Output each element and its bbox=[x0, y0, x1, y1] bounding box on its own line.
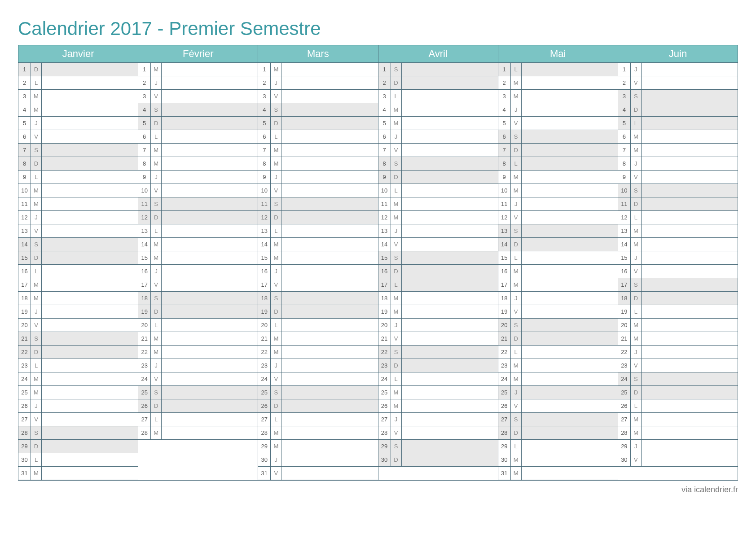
day-number: 11 bbox=[18, 197, 31, 210]
day-row: 18J bbox=[498, 292, 618, 305]
day-letter: V bbox=[271, 278, 281, 291]
day-row: 15D bbox=[18, 251, 138, 265]
day-letter: V bbox=[271, 90, 281, 103]
day-row: 24S bbox=[618, 372, 738, 386]
month-header: Mars bbox=[258, 45, 378, 63]
day-row: 15J bbox=[618, 251, 738, 265]
day-note-space bbox=[162, 346, 258, 359]
day-number: 5 bbox=[258, 117, 271, 130]
day-note-space bbox=[642, 76, 738, 89]
day-row: 11M bbox=[18, 197, 138, 211]
day-note-space bbox=[402, 238, 498, 251]
day-row: 15S bbox=[378, 251, 498, 265]
day-number: 1 bbox=[18, 63, 31, 76]
day-row: 21S bbox=[18, 332, 138, 346]
day-note-space bbox=[642, 211, 738, 224]
day-note-space bbox=[42, 386, 138, 399]
day-note-space bbox=[162, 372, 258, 385]
day-letter: S bbox=[511, 224, 522, 237]
day-number: 2 bbox=[618, 76, 631, 89]
day-number: 9 bbox=[498, 171, 511, 184]
day-number: 2 bbox=[18, 76, 31, 89]
day-number: 11 bbox=[138, 197, 151, 210]
day-number: 13 bbox=[618, 224, 631, 237]
day-letter: V bbox=[631, 359, 642, 372]
day-note-space bbox=[642, 278, 738, 291]
day-number: 10 bbox=[18, 184, 31, 197]
day-letter: M bbox=[151, 332, 162, 345]
day-row: 31V bbox=[258, 467, 378, 480]
day-row: 26V bbox=[498, 399, 618, 413]
day-letter: S bbox=[31, 238, 42, 251]
month-header: Juin bbox=[618, 45, 738, 63]
day-letter: D bbox=[391, 359, 402, 372]
day-letter: D bbox=[151, 211, 162, 224]
day-letter: L bbox=[511, 63, 522, 76]
day-number: 28 bbox=[618, 426, 631, 439]
day-letter: S bbox=[511, 319, 522, 332]
day-number: 10 bbox=[498, 184, 511, 197]
day-note-space bbox=[281, 426, 378, 439]
day-note-space bbox=[522, 63, 618, 76]
day-letter: M bbox=[631, 238, 642, 251]
day-note-space bbox=[162, 319, 258, 332]
day-letter: S bbox=[391, 63, 402, 76]
day-row: 18M bbox=[18, 292, 138, 305]
day-row: 28S bbox=[18, 426, 138, 440]
day-note-space bbox=[642, 319, 738, 332]
day-letter: V bbox=[271, 467, 281, 480]
day-number: 5 bbox=[378, 117, 391, 130]
day-row: 31M bbox=[498, 467, 618, 480]
day-note-space bbox=[281, 265, 378, 278]
day-number: 13 bbox=[378, 224, 391, 237]
day-number: 14 bbox=[618, 238, 631, 251]
day-row: 1L bbox=[498, 63, 618, 76]
day-number: 25 bbox=[618, 386, 631, 399]
day-number: 22 bbox=[138, 346, 151, 359]
day-letter: J bbox=[391, 319, 402, 332]
day-row: 8J bbox=[618, 157, 738, 171]
day-letter: M bbox=[391, 103, 402, 116]
day-note-space bbox=[42, 346, 138, 359]
day-number: 15 bbox=[498, 251, 511, 264]
day-row: 20J bbox=[378, 319, 498, 332]
day-row: 4M bbox=[378, 103, 498, 117]
day-letter: L bbox=[391, 278, 402, 291]
day-number: 3 bbox=[18, 90, 31, 103]
day-letter: L bbox=[271, 130, 281, 143]
day-number: 9 bbox=[618, 171, 631, 184]
day-row: 5M bbox=[378, 117, 498, 130]
day-row: 7M bbox=[618, 144, 738, 157]
day-letter: J bbox=[31, 305, 42, 318]
day-note-space bbox=[402, 292, 498, 305]
day-note-space bbox=[162, 399, 258, 412]
day-letter: V bbox=[151, 372, 162, 385]
day-number: 2 bbox=[258, 76, 271, 89]
day-letter: L bbox=[151, 319, 162, 332]
day-row: 3L bbox=[378, 90, 498, 103]
day-note-space bbox=[281, 103, 378, 116]
day-number: 7 bbox=[498, 144, 511, 157]
day-letter: L bbox=[511, 440, 522, 453]
day-number: 16 bbox=[258, 265, 271, 278]
day-letter: D bbox=[391, 171, 402, 184]
day-note-space bbox=[42, 332, 138, 345]
day-note-space bbox=[162, 413, 258, 426]
day-row: 13L bbox=[138, 224, 258, 238]
day-note-space bbox=[642, 440, 738, 453]
day-row bbox=[138, 453, 258, 467]
day-letter: D bbox=[631, 103, 642, 116]
day-note-space bbox=[522, 305, 618, 318]
day-letter: S bbox=[391, 346, 402, 359]
day-letter: L bbox=[271, 224, 281, 237]
day-letter: J bbox=[151, 171, 162, 184]
day-note-space bbox=[642, 292, 738, 305]
day-letter: J bbox=[511, 292, 522, 305]
day-letter: M bbox=[631, 413, 642, 426]
day-row: 20S bbox=[498, 319, 618, 332]
day-note-space bbox=[642, 224, 738, 237]
day-row: 16J bbox=[138, 265, 258, 278]
day-row: 10V bbox=[258, 184, 378, 197]
day-note-space bbox=[522, 144, 618, 157]
day-note-space bbox=[522, 426, 618, 439]
